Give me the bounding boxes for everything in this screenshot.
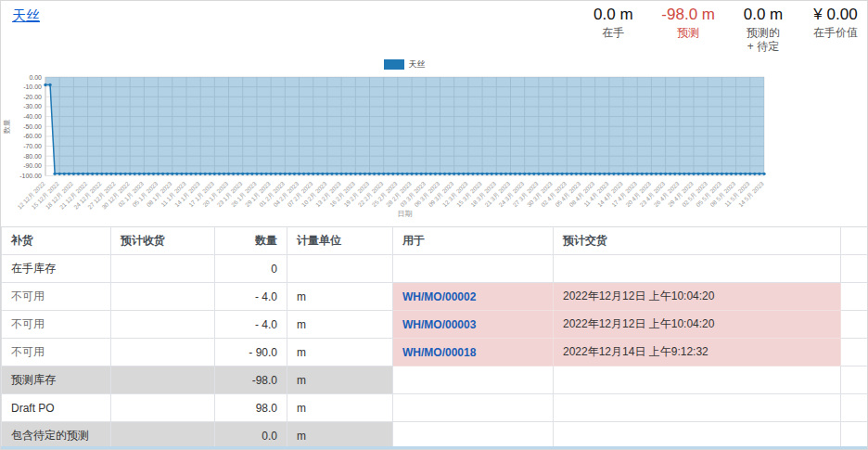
table-row: 不可用- 4.0mWH/MO/000032022年12月12日 上午10:04:… [2, 311, 868, 339]
cell-qty: 98.0 [215, 394, 287, 422]
svg-text:0.00: 0.00 [29, 74, 42, 81]
table-row: 在手库存0 [2, 255, 868, 283]
cell-scheduled [111, 339, 215, 366]
stat-on-hand: 0.0 m 在手 [589, 6, 637, 40]
cell-qty: -98.0 [215, 366, 287, 394]
replenishment-table-wrap: 补货预计收货数量计量单位用于预计交货 在手库存0不可用- 4.0mWH/MO/0… [1, 226, 868, 450]
cell-uom: m [287, 283, 393, 311]
svg-text:-80.00: -80.00 [23, 153, 42, 160]
cell-extra [841, 339, 868, 366]
cell-expected: 2022年12月12日 上午10:04:20 [554, 283, 841, 311]
cell-qty: 0 [215, 255, 287, 283]
cell-extra [841, 394, 868, 422]
column-header-4: 计量单位 [287, 227, 393, 255]
table-row: 预测库存-98.0m [2, 366, 868, 394]
cell-used_for: WH/MO/00003 [393, 311, 554, 339]
cell-uom: m [287, 422, 393, 450]
cell-extra [841, 283, 868, 311]
stat-on-hand-label: 在手 [589, 26, 637, 40]
stat-on-hand-worth-label: 在手价值 [811, 26, 860, 40]
svg-text:-50.00: -50.00 [23, 123, 42, 130]
svg-text:日期: 日期 [398, 210, 413, 218]
cell-scheduled [111, 422, 215, 450]
stat-forecast-pending-label: 预测的 + 待定 [739, 26, 787, 54]
cell-qty: - 4.0 [215, 283, 287, 311]
table-row: 不可用- 4.0mWH/MO/000022022年12月12日 上午10:04:… [2, 283, 868, 311]
table-header-row: 补货预计收货数量计量单位用于预计交货 [2, 227, 868, 255]
cell-expected: 2022年12月14日 上午9:12:32 [554, 339, 841, 366]
cell-used_for [393, 422, 554, 450]
cell-replenishment: 包含待定的预测 [2, 422, 111, 450]
svg-text:-70.00: -70.00 [23, 143, 42, 149]
forecast-chart: 天丝 0.00-10.00-20.00-30.00-40.00-50.00-60… [1, 57, 868, 227]
stat-forecast-label: 预测 [661, 26, 715, 40]
cell-used_for: WH/MO/00018 [393, 339, 554, 366]
stat-forecast-pending: 0.0 m 预测的 + 待定 [739, 6, 787, 54]
cell-scheduled [111, 283, 215, 311]
svg-text:-40.00: -40.00 [23, 113, 42, 120]
svg-text:-20.00: -20.00 [23, 94, 42, 100]
cell-replenishment: 不可用 [2, 339, 111, 366]
cell-used_for [393, 255, 554, 283]
replenishment-table: 补货预计收货数量计量单位用于预计交货 在手库存0不可用- 4.0mWH/MO/0… [1, 226, 868, 450]
mo-reference-link[interactable]: WH/MO/00018 [402, 346, 476, 359]
column-header-1: 补货 [2, 227, 111, 255]
column-header-6: 预计交货 [554, 227, 841, 255]
svg-text:-60.00: -60.00 [23, 133, 42, 139]
cell-extra [841, 255, 868, 283]
cell-scheduled [111, 311, 215, 339]
cell-uom: m [287, 366, 393, 394]
stat-forecast-pending-value: 0.0 m [739, 6, 787, 24]
svg-text:数量: 数量 [3, 119, 11, 134]
svg-text:-10.00: -10.00 [23, 84, 42, 90]
stats-bar: 0.0 m 在手 -98.0 m 预测 0.0 m 预测的 + 待定 ¥ 0.0… [589, 6, 860, 54]
cell-extra [841, 366, 868, 394]
cell-scheduled [111, 394, 215, 422]
cell-scheduled [111, 255, 215, 283]
cell-used_for: WH/MO/00002 [393, 283, 554, 311]
column-header-5: 用于 [393, 227, 554, 255]
bottom-divider [1, 446, 868, 449]
stat-forecast: -98.0 m 预测 [661, 6, 715, 40]
cell-expected [554, 394, 841, 422]
table-row: Draft PO98.0m [2, 394, 868, 422]
cell-replenishment: 预测库存 [2, 366, 111, 394]
cell-replenishment: 在手库存 [2, 255, 111, 283]
svg-text:-90.00: -90.00 [23, 162, 42, 169]
cell-expected: 2022年12月12日 上午10:04:20 [554, 311, 841, 339]
product-title-link[interactable]: 天丝 [12, 7, 40, 25]
column-header-7 [841, 227, 868, 255]
cell-replenishment: 不可用 [2, 283, 111, 311]
svg-text:-30.00: -30.00 [23, 103, 42, 109]
column-header-3: 数量 [215, 227, 287, 255]
cell-expected [554, 255, 841, 283]
cell-uom [287, 255, 393, 283]
cell-qty: - 90.0 [215, 339, 287, 366]
cell-scheduled [111, 366, 215, 394]
cell-used_for [393, 366, 554, 394]
cell-extra [841, 311, 868, 339]
cell-uom: m [287, 311, 393, 339]
cell-qty: - 4.0 [215, 311, 287, 339]
forecast-report-page: 天丝 0.0 m 在手 -98.0 m 预测 0.0 m 预测的 + 待定 ¥ … [0, 0, 868, 450]
cell-uom: m [287, 394, 393, 422]
cell-uom: m [287, 339, 393, 366]
stat-on-hand-worth: ¥ 0.00 在手价值 [811, 6, 860, 40]
svg-text:-100.00: -100.00 [19, 173, 42, 179]
mo-reference-link[interactable]: WH/MO/00002 [402, 290, 476, 303]
cell-replenishment: Draft PO [2, 394, 111, 422]
cell-replenishment: 不可用 [2, 311, 111, 339]
stat-forecast-value: -98.0 m [661, 6, 715, 24]
stat-on-hand-value: 0.0 m [589, 6, 637, 24]
column-header-2: 预计收货 [111, 227, 215, 255]
cell-expected [554, 422, 841, 450]
cell-extra [841, 422, 868, 450]
area-chart-canvas: 0.00-10.00-20.00-30.00-40.00-50.00-60.00… [1, 68, 868, 227]
cell-qty: 0.0 [215, 422, 287, 450]
table-row: 不可用- 90.0mWH/MO/000182022年12月14日 上午9:12:… [2, 339, 868, 366]
table-row: 包含待定的预测0.0m [2, 422, 868, 450]
cell-used_for [393, 394, 554, 422]
stat-on-hand-worth-value: ¥ 0.00 [811, 6, 860, 24]
cell-expected [554, 366, 841, 394]
mo-reference-link[interactable]: WH/MO/00003 [402, 318, 476, 331]
